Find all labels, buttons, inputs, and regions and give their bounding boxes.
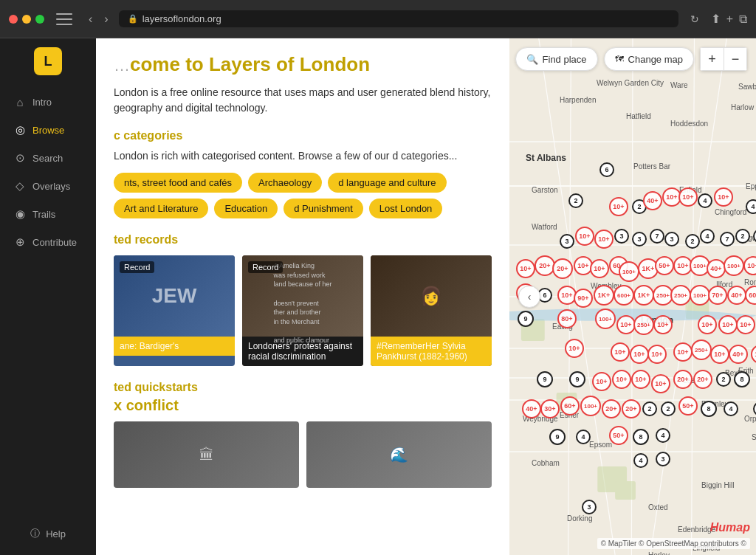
- map-cluster[interactable]: 100+: [619, 261, 639, 282]
- map-cluster[interactable]: 20+: [622, 399, 641, 418]
- map-cluster[interactable]: 3: [560, 234, 574, 249]
- map-cluster[interactable]: 2: [642, 401, 657, 416]
- category-tag[interactable]: d language and culture: [328, 173, 446, 193]
- map-cluster[interactable]: 10+: [565, 339, 584, 358]
- change-map-button[interactable]: 🗺 Change map: [604, 47, 694, 71]
- minimize-button[interactable]: [22, 15, 31, 24]
- map-cluster[interactable]: 100+: [580, 396, 601, 416]
- map-cluster[interactable]: 100+: [724, 255, 744, 276]
- reload-button[interactable]: ↻: [690, 13, 699, 25]
- map-cluster[interactable]: 4: [633, 453, 648, 468]
- map-cluster[interactable]: 50+: [678, 396, 698, 416]
- map-cluster[interactable]: 3: [632, 232, 647, 247]
- map-cluster[interactable]: 60+: [560, 396, 580, 416]
- record-card-1[interactable]: JEW Record ane: Bardiger's: [114, 255, 235, 366]
- map-cluster[interactable]: 9: [569, 371, 585, 387]
- map-cluster[interactable]: 10+: [611, 342, 630, 362]
- close-button[interactable]: [9, 15, 18, 24]
- map-cluster[interactable]: 3: [614, 229, 629, 244]
- map-cluster[interactable]: 9: [549, 429, 566, 445]
- map-cluster[interactable]: 2: [716, 372, 731, 387]
- map-cluster[interactable]: 20+: [602, 399, 621, 418]
- map-cluster[interactable]: 50+: [609, 426, 628, 445]
- map-cluster[interactable]: 10+: [592, 372, 611, 391]
- map-cluster[interactable]: 10+: [718, 315, 738, 334]
- category-tag[interactable]: Art and Literature: [114, 199, 208, 218]
- map-cluster[interactable]: 10+: [714, 187, 733, 207]
- map-cluster[interactable]: 10+: [594, 230, 614, 249]
- map-cluster[interactable]: 250+: [691, 339, 712, 360]
- map-cluster[interactable]: 3: [656, 452, 670, 466]
- map-cluster[interactable]: 1K+: [633, 285, 654, 306]
- map-cluster[interactable]: 10+: [710, 345, 729, 364]
- back-button[interactable]: ‹: [84, 11, 97, 27]
- map-cluster[interactable]: 3: [664, 232, 679, 247]
- sidebar-item-overlays[interactable]: ◇ Overlays: [6, 173, 90, 199]
- map-cluster[interactable]: 8: [633, 429, 649, 445]
- map-cluster[interactable]: 80+: [557, 309, 577, 328]
- map-cluster[interactable]: 50+: [655, 256, 674, 275]
- quickstart-card-1[interactable]: 🏛: [114, 421, 299, 488]
- map-cluster[interactable]: 4: [656, 428, 670, 443]
- map-cluster[interactable]: 250+: [633, 314, 654, 335]
- sidebar-item-contribute[interactable]: ⊕ Contribute: [6, 230, 90, 255]
- forward-button[interactable]: ›: [100, 11, 112, 27]
- map-cluster[interactable]: 10+: [590, 259, 609, 278]
- map-cluster[interactable]: 2: [735, 229, 750, 244]
- tabs-button[interactable]: ⧉: [739, 12, 747, 26]
- zoom-in-button[interactable]: +: [700, 47, 724, 71]
- map-cluster[interactable]: 100+: [690, 285, 710, 306]
- map-cluster[interactable]: 4: [576, 430, 591, 444]
- map-cluster[interactable]: 40+: [729, 345, 748, 364]
- map-cluster[interactable]: 10+: [647, 345, 667, 364]
- map-cluster[interactable]: 10+: [698, 315, 717, 334]
- share-button[interactable]: ⬆: [711, 12, 721, 26]
- map-back-button[interactable]: ‹: [518, 286, 540, 308]
- category-tag[interactable]: Archaeology: [248, 173, 322, 193]
- record-card-2[interactable]: A Amelia Kingwas refused workland becaus…: [242, 255, 363, 366]
- map-cluster[interactable]: 10+: [575, 227, 594, 246]
- map-cluster[interactable]: 9: [518, 311, 534, 327]
- map-cluster[interactable]: 3: [582, 500, 597, 514]
- map-cluster[interactable]: 9: [537, 371, 553, 387]
- map-cluster[interactable]: 10+: [609, 197, 628, 216]
- map-cluster[interactable]: 10+: [673, 342, 693, 362]
- map-cluster[interactable]: 8: [734, 371, 750, 387]
- record-card-3[interactable]: 👩 #RememberHer Sylvia Pankhurst (1882-19…: [371, 255, 492, 366]
- map-cluster[interactable]: 6: [599, 162, 614, 177]
- app-logo[interactable]: L: [34, 47, 62, 75]
- map-cluster[interactable]: 40+: [707, 259, 726, 278]
- map-cluster[interactable]: 10+: [651, 374, 670, 393]
- map-cluster[interactable]: 7: [650, 229, 664, 244]
- map-cluster[interactable]: 40+: [727, 286, 746, 305]
- category-tag[interactable]: nts, street food and cafés: [114, 173, 242, 193]
- map-cluster[interactable]: 8: [701, 401, 717, 417]
- map-cluster[interactable]: 2: [568, 193, 583, 208]
- find-place-button[interactable]: 🔍 Find place: [515, 47, 598, 71]
- map-cluster[interactable]: 90+: [574, 289, 593, 308]
- map-cluster[interactable]: 4: [698, 193, 712, 208]
- map-cluster[interactable]: 10+: [678, 187, 698, 207]
- sidebar-item-browse[interactable]: ◎ Browse: [6, 117, 90, 142]
- sidebar-item-search[interactable]: ⊙ Search: [6, 145, 90, 170]
- map-cluster[interactable]: 10+: [612, 370, 631, 389]
- new-tab-button[interactable]: +: [726, 12, 733, 26]
- map-cluster[interactable]: 1K+: [594, 285, 614, 306]
- map-panel[interactable]: St AlbansWatfordHarlowEppingEnfieldChing…: [509, 38, 756, 555]
- map-cluster[interactable]: 10+: [630, 345, 649, 364]
- map-cluster[interactable]: 10+: [653, 315, 673, 334]
- map-cluster[interactable]: 2: [661, 401, 676, 416]
- map-cluster[interactable]: 70+: [708, 286, 727, 305]
- map-cluster[interactable]: 10+: [516, 259, 535, 278]
- map-cluster[interactable]: 2: [685, 234, 700, 249]
- sidebar-item-trails[interactable]: ◉ Trails: [6, 201, 90, 227]
- map-cluster[interactable]: 20+: [693, 370, 712, 389]
- map-cluster[interactable]: 40+: [522, 399, 541, 418]
- map-cluster[interactable]: 30+: [540, 399, 560, 418]
- sidebar-item-intro[interactable]: ⌂ Intro: [6, 90, 90, 114]
- sidebar-toggle[interactable]: [56, 13, 72, 25]
- map-cluster[interactable]: 250+: [670, 285, 691, 306]
- zoom-out-button[interactable]: −: [724, 47, 747, 71]
- maximize-button[interactable]: [35, 15, 44, 24]
- map-cluster[interactable]: 20+: [552, 258, 573, 279]
